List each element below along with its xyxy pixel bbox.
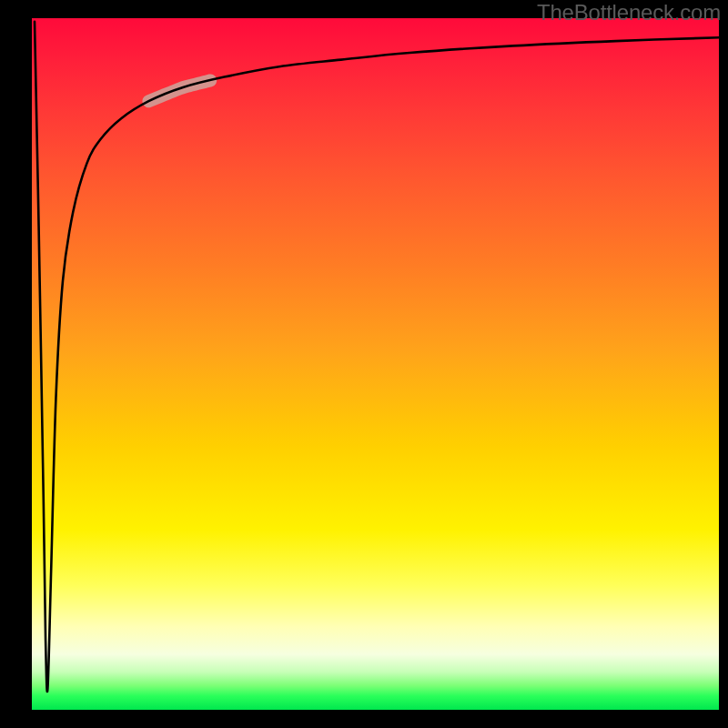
chart-frame: TheBottleneck.com — [0, 0, 728, 728]
curve-layer — [32, 18, 719, 710]
bottleneck-curve — [35, 22, 719, 692]
watermark-text: TheBottleneck.com — [537, 0, 721, 25]
plot-area — [32, 18, 719, 710]
